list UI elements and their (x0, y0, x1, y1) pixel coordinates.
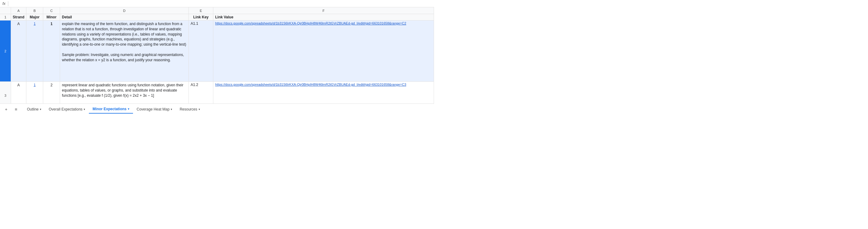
cell-2a[interactable]: A (11, 21, 26, 81)
cell-1f[interactable]: Link Value (213, 14, 434, 20)
cell-2b[interactable]: 1 (26, 21, 43, 81)
row-number-2: 2 (0, 21, 11, 81)
tab-overall-arrow: ▾ (84, 108, 85, 111)
tab-minor-arrow: ▾ (128, 107, 129, 110)
tab-minor-expectations[interactable]: Minor Expectations ▾ (89, 105, 133, 113)
cell-1a[interactable]: Strand (11, 14, 26, 20)
cell-2f-link[interactable]: https://docs.google.com/spreadsheets/d/1… (215, 22, 406, 25)
cell-2d-text: explain the meaning of the term function… (62, 22, 187, 62)
tab-bar: + ≡ Outline ▾ Overall Expectations ▾ Min… (0, 103, 434, 115)
col-header-f[interactable]: F (213, 7, 434, 14)
cell-2c[interactable]: 1 (43, 21, 60, 81)
cell-2b-link[interactable]: 1 (34, 22, 36, 25)
add-sheet-button[interactable]: + (2, 106, 10, 113)
cell-3d-text: represent linear and quadratic functions… (62, 83, 187, 98)
col-header-b[interactable]: B (26, 7, 43, 14)
table-row: 1 Strand Major Minor Detail Link Key Lin… (0, 14, 434, 21)
tab-overall-label: Overall Expectations (49, 107, 83, 111)
fx-icon: fx (2, 1, 5, 6)
tab-coverage-arrow: ▾ (171, 108, 172, 111)
col-header-c[interactable]: C (43, 7, 60, 14)
tab-controls: + ≡ (2, 106, 20, 113)
cell-1d[interactable]: Detail (60, 14, 189, 20)
col-header-d[interactable]: D (60, 7, 189, 14)
row-number-1: 1 (0, 14, 11, 20)
grid: 1 Strand Major Minor Detail Link Key Lin… (0, 14, 434, 103)
column-headers: A B C D E F (0, 7, 434, 14)
table-row: 2 A 1 1 explain the meaning of the term … (0, 21, 434, 82)
col-header-e[interactable]: E (189, 7, 213, 14)
table-row: 3 A 1 2 represent linear and quadratic f… (0, 82, 434, 103)
tab-coverage-heat-map[interactable]: Coverage Heat Map ▾ (133, 105, 176, 113)
tab-outline[interactable]: Outline ▾ (23, 105, 45, 113)
cell-2d[interactable]: explain the meaning of the term function… (60, 21, 189, 81)
cell-3e[interactable]: A1.2 (189, 82, 213, 103)
row-number-3: 3 (0, 82, 11, 103)
sheet-menu-button[interactable]: ≡ (12, 106, 20, 113)
cell-2f[interactable]: https://docs.google.com/spreadsheets/d/1… (213, 21, 434, 81)
cell-3f-link[interactable]: https://docs.google.com/spreadsheets/d/1… (215, 83, 406, 86)
spreadsheet: A B C D E F 1 Strand Major Minor Detail … (0, 7, 434, 103)
tab-minor-label: Minor Expectations (93, 107, 127, 111)
tab-resources-label: Resources (180, 107, 197, 111)
tab-overall-expectations[interactable]: Overall Expectations ▾ (45, 105, 89, 113)
tab-resources-arrow: ▾ (198, 108, 200, 111)
row-num-header-spacer (0, 7, 11, 14)
cell-3f[interactable]: https://docs.google.com/spreadsheets/d/1… (213, 82, 434, 103)
formula-divider (8, 1, 8, 6)
col-header-a[interactable]: A (11, 7, 26, 14)
cell-3c[interactable]: 2 (43, 82, 60, 103)
cell-2e[interactable]: A1.1 (189, 21, 213, 81)
tab-outline-label: Outline (27, 107, 39, 111)
cell-1e[interactable]: Link Key (189, 14, 213, 20)
cell-1b[interactable]: Major (26, 14, 43, 20)
cell-1c[interactable]: Minor (43, 14, 60, 20)
cell-3b-link[interactable]: 1 (34, 83, 36, 87)
cell-3d[interactable]: represent linear and quadratic functions… (60, 82, 189, 103)
tab-coverage-label: Coverage Heat Map (137, 107, 169, 111)
tab-resources[interactable]: Resources ▾ (176, 105, 204, 113)
cell-3a[interactable]: A (11, 82, 26, 103)
cell-3b[interactable]: 1 (26, 82, 43, 103)
tab-outline-arrow: ▾ (40, 108, 41, 111)
formula-bar: fx (0, 0, 434, 7)
